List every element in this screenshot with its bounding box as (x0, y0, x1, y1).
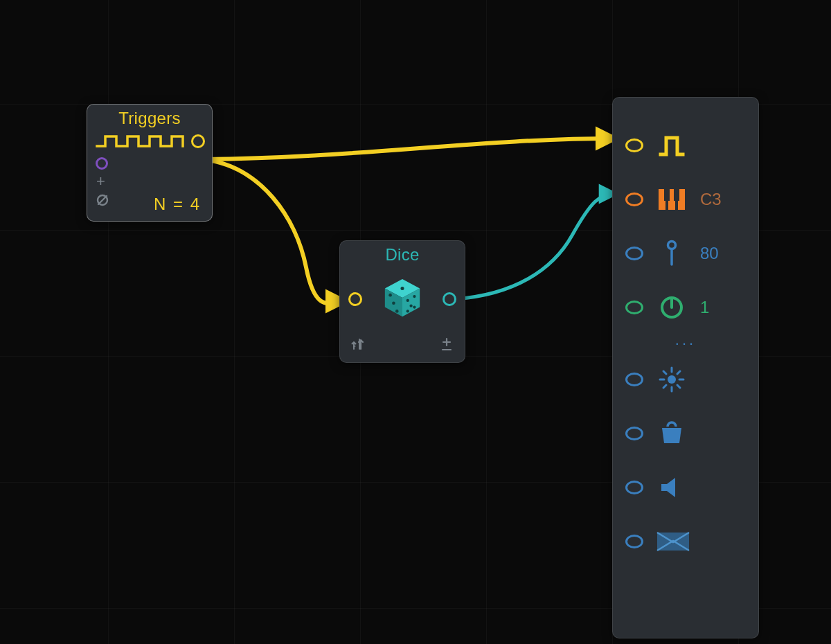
svg-point-8 (395, 310, 399, 313)
triggers-input-port-mute[interactable] (96, 157, 108, 170)
gate-icon (656, 134, 688, 157)
svg-line-32 (663, 371, 666, 374)
pitch-value: C3 (700, 190, 746, 209)
triggers-n-value[interactable]: N = 4 (154, 195, 201, 214)
dice-node[interactable]: Dice (339, 240, 465, 363)
velocity-input-port[interactable] (625, 247, 643, 260)
svg-rect-22 (674, 189, 679, 201)
velocity-value: 80 (700, 244, 746, 263)
more-rows-indicator[interactable]: ··· (613, 334, 758, 352)
sort-icon[interactable] (351, 337, 366, 352)
dice-output-port[interactable] (443, 292, 456, 306)
svg-line-33 (677, 385, 680, 388)
svg-point-5 (400, 287, 404, 290)
bag-icon (656, 421, 688, 446)
svg-line-34 (677, 371, 680, 374)
pin-icon (656, 240, 688, 267)
pulse-train-icon (96, 134, 186, 149)
output-row-pitch[interactable]: C3 (613, 172, 758, 226)
crossfade-input-port[interactable] (625, 535, 643, 548)
output-row-velocity[interactable]: 80 (613, 226, 758, 280)
gate-input-port[interactable] (625, 138, 643, 152)
output-row-gate[interactable] (613, 118, 758, 172)
output-row-weight[interactable] (613, 406, 758, 460)
triggers-title: Triggers (87, 105, 212, 128)
brightness-input-port[interactable] (625, 373, 643, 386)
sun-icon (656, 366, 688, 393)
plus-icon[interactable]: + (96, 177, 212, 186)
volume-input-port[interactable] (625, 481, 643, 494)
piano-keys-icon (656, 188, 688, 211)
output-row-brightness[interactable] (613, 352, 758, 406)
svg-point-23 (668, 242, 676, 249)
svg-point-27 (668, 375, 676, 384)
triggers-node[interactable]: Triggers + N = 4 (87, 104, 213, 222)
svg-point-6 (388, 294, 392, 297)
svg-line-35 (663, 385, 666, 388)
length-value: 1 (700, 298, 746, 317)
output-node[interactable]: C3 80 1 ··· (612, 97, 759, 638)
envelope-icon (656, 531, 690, 552)
svg-point-9 (406, 299, 409, 302)
triggers-output-port[interactable] (191, 134, 205, 148)
plus-minus-icon[interactable] (440, 337, 454, 352)
svg-rect-21 (664, 189, 670, 201)
output-row-volume[interactable] (613, 460, 758, 515)
dice-input-port[interactable] (348, 292, 362, 306)
output-row-crossfade[interactable] (613, 515, 758, 569)
length-input-port[interactable] (625, 301, 643, 314)
speaker-icon (656, 476, 688, 499)
pitch-input-port[interactable] (625, 193, 643, 206)
svg-point-12 (406, 310, 409, 312)
knob-icon (656, 294, 688, 321)
dice-icon (381, 276, 424, 322)
svg-point-7 (392, 301, 395, 305)
dice-title: Dice (340, 241, 465, 265)
svg-point-13 (413, 305, 416, 308)
output-row-length[interactable]: 1 (613, 280, 758, 334)
svg-point-11 (409, 304, 412, 307)
svg-point-10 (413, 295, 416, 298)
weight-input-port[interactable] (625, 427, 643, 440)
